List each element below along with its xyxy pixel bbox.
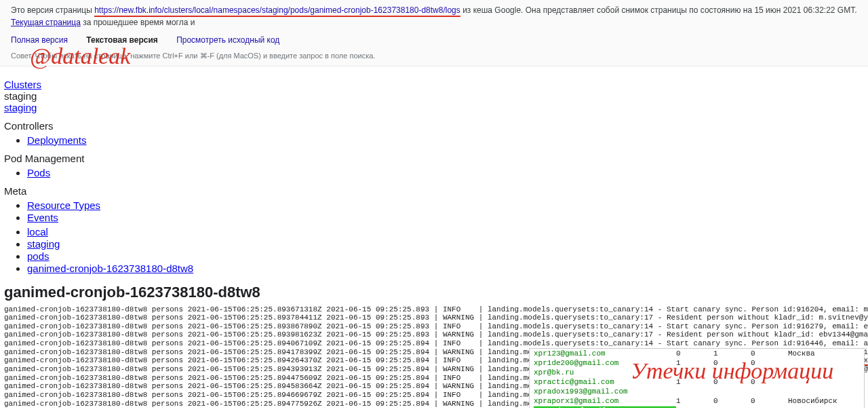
section-meta: Meta [4, 185, 864, 197]
autocomplete-row[interactable]: xpr1de200@gmail.com100 [530, 358, 864, 368]
col-c: 0 [751, 378, 788, 386]
autocomplete-row[interactable]: xpradox1993@gmail.com [530, 387, 864, 396]
col-b: 0 [713, 378, 751, 386]
tab-view-source[interactable]: Просмотреть исходный код [176, 34, 279, 46]
autocomplete-row[interactable]: xpractic@gmail.com100 [530, 377, 864, 387]
col-a: 1 [676, 359, 713, 367]
cache-mid1: из кеша Google. Она представляет собой с… [462, 5, 856, 15]
breadcrumb-item[interactable]: pods [27, 250, 50, 262]
col-c: 0 [751, 359, 788, 367]
current-page-link[interactable]: Текущая страница [11, 18, 81, 27]
col-a: 0 [676, 349, 713, 358]
section-controllers: Controllers [4, 120, 864, 132]
nav-events[interactable]: Events [27, 212, 58, 223]
tab-full-version[interactable]: Полная версия [11, 34, 68, 46]
log-line: ganimed-cronjob-1623738180-d8tw8 persons… [4, 313, 864, 322]
autocomplete-panel: xpr123@gmail.com010Москваxpr1de200@gmail… [529, 348, 865, 408]
autocomplete-email: xpraporx1@gmail.com [534, 397, 676, 405]
autocomplete-email: xpr@bk.ru [534, 368, 676, 377]
col-a: 1 [676, 397, 713, 405]
nav-staging-2[interactable]: staging [4, 102, 864, 113]
col-a: 1 [676, 406, 713, 408]
log-line: ganimed-cronjob-1623738180-d8tw8 persons… [4, 305, 864, 314]
nav-resource-types[interactable]: Resource Types [27, 199, 100, 211]
breadcrumb-item[interactable]: local [27, 226, 48, 237]
autocomplete-row[interactable]: xpraporx1@gmail.com100Новосибирск [530, 396, 864, 406]
section-pod-management: Pod Management [4, 153, 864, 164]
autocomplete-row[interactable]: xpremium54@gmail.com100 [530, 406, 864, 408]
autocomplete-row[interactable]: xpr123@gmail.com010Москва [530, 349, 864, 358]
breadcrumb: localstagingpodsganimed-cronjob-16237381… [27, 226, 864, 274]
log-line: ganimed-cronjob-1623738180-d8tw8 persons… [4, 322, 864, 331]
autocomplete-email: xpr1de200@gmail.com [534, 359, 676, 367]
col-city: Новосибирск [788, 397, 860, 405]
col-a: 1 [676, 378, 713, 386]
log-line: ganimed-cronjob-1623738180-d8tw8 persons… [4, 339, 864, 348]
breadcrumb-item[interactable]: staging [27, 238, 60, 250]
autocomplete-email: xpractic@gmail.com [534, 378, 676, 386]
cache-tabs: Полная версия Текстовая версия Просмотре… [11, 34, 857, 46]
col-city: Москва [788, 349, 860, 358]
cache-search-tip: Совет. Чтобы искать на странице, нажмите… [11, 50, 857, 62]
col-b: 0 [713, 406, 751, 408]
col-c: 0 [751, 406, 788, 408]
autocomplete-row[interactable]: xpr@bk.ru [530, 368, 864, 377]
breadcrumb-item[interactable]: ganimed-cronjob-1623738180-d8tw8 [27, 263, 193, 274]
google-cache-banner: Это версия страницы https://new.fbk.info… [0, 0, 868, 66]
col-c: 0 [751, 349, 788, 358]
nav-deployments[interactable]: Deployments [27, 134, 87, 146]
cache-prefix: Это версия страницы [11, 5, 94, 15]
nav-clusters[interactable]: Clusters [4, 79, 864, 90]
nav-pods[interactable]: Pods [27, 167, 50, 178]
col-b: 0 [713, 359, 751, 367]
page-title: ganimed-cronjob-1623738180-d8tw8 [4, 284, 864, 301]
cache-text: Это версия страницы https://new.fbk.info… [11, 4, 857, 28]
autocomplete-email: xpradox1993@gmail.com [534, 387, 676, 396]
tab-text-version[interactable]: Текстовая версия [86, 34, 157, 46]
cache-mid2: за прошедшее время могла и [83, 18, 195, 27]
col-b: 0 [713, 397, 751, 405]
nav-staging-1: staging [4, 90, 864, 102]
autocomplete-email: xpr123@gmail.com [534, 349, 676, 358]
autocomplete-email: xpremium54@gmail.com [534, 406, 676, 408]
cache-url-link[interactable]: https://new.fbk.info/clusters/local/name… [94, 5, 460, 17]
log-line: ganimed-cronjob-1623738180-d8tw8 persons… [4, 330, 864, 339]
col-b: 1 [713, 349, 751, 358]
col-c: 0 [751, 397, 788, 405]
